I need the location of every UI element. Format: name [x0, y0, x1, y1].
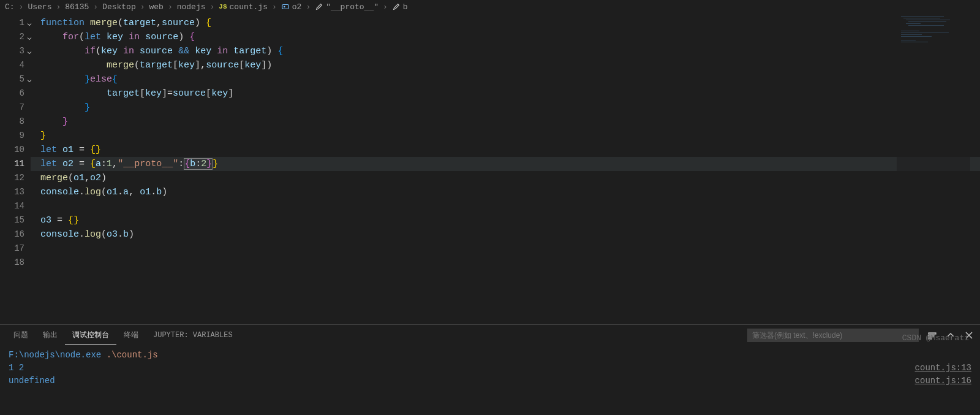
breadcrumb-segment[interactable]: nodejs: [176, 2, 207, 12]
code-line[interactable]: merge(o1,o2): [31, 171, 980, 185]
chevron-right-icon: ›: [54, 2, 62, 12]
breadcrumb-segment[interactable]: 86135: [64, 2, 90, 12]
filter-input[interactable]: [747, 329, 919, 342]
chevron-right-icon: ›: [304, 2, 312, 12]
debug-console-output[interactable]: F:\nodejs\node.exe .\count.js1 2count.js…: [0, 345, 980, 415]
code-line[interactable]: }else{: [31, 72, 980, 86]
line-number: 9: [0, 129, 31, 143]
tab-output[interactable]: 输出: [36, 326, 65, 344]
line-number: 17: [0, 242, 31, 256]
tab-problems[interactable]: 问题: [6, 326, 36, 344]
source-location-link[interactable]: count.js:16: [915, 375, 971, 387]
code-line[interactable]: target[key]=source[key]: [31, 86, 980, 101]
code-line[interactable]: console.log(o1.a, o1.b): [31, 185, 980, 199]
chevron-right-icon: ›: [138, 2, 147, 12]
editor[interactable]: 123456789101112131415161718 function mer…: [0, 13, 980, 324]
debug-output-line: 1 2count.js:13: [9, 362, 971, 375]
code-line[interactable]: o3 = {}: [31, 213, 980, 227]
line-number: 2: [0, 30, 31, 44]
chevron-right-icon: ›: [166, 2, 175, 12]
vertical-scrollbar[interactable]: [971, 13, 980, 324]
variable-icon: [281, 2, 290, 11]
code-line[interactable]: [31, 256, 980, 270]
chevron-right-icon: ›: [91, 2, 100, 12]
tab-debug-console[interactable]: 调试控制台: [65, 326, 116, 345]
line-number: 15: [0, 213, 31, 227]
line-number: 1: [0, 16, 31, 30]
code-line[interactable]: merge(target[key],source[key]): [31, 58, 980, 72]
watermark-text: CSDN @Msaerati: [902, 333, 969, 343]
js-file-icon: JS: [219, 3, 227, 10]
chevron-right-icon: ›: [17, 2, 26, 12]
line-number: 7: [0, 101, 31, 115]
code-line[interactable]: }: [31, 101, 980, 115]
code-line[interactable]: if(key in source && key in target) {: [31, 44, 980, 58]
debug-output-line: undefinedcount.js:16: [9, 375, 971, 387]
wrench-icon: [392, 2, 401, 11]
line-number: 14: [0, 199, 31, 213]
line-number: 12: [0, 171, 31, 185]
code-line[interactable]: }: [31, 115, 980, 129]
code-line[interactable]: console.log(o3.b): [31, 227, 980, 242]
line-number: 3: [0, 44, 31, 58]
source-location-link[interactable]: count.js:13: [915, 362, 971, 375]
line-number: 5: [0, 72, 31, 86]
chevron-right-icon: ›: [381, 2, 390, 12]
chevron-right-icon: ›: [208, 2, 217, 12]
breadcrumb-segment[interactable]: Users: [26, 2, 53, 12]
chevron-right-icon: ›: [270, 2, 279, 12]
line-number-gutter: 123456789101112131415161718: [0, 13, 31, 324]
code-line[interactable]: let o1 = {}: [31, 143, 980, 157]
line-number: 10: [0, 143, 31, 157]
breadcrumb-segment[interactable]: C:: [4, 2, 16, 12]
code-line[interactable]: function merge(target,source) {: [31, 16, 980, 30]
breadcrumb-symbol[interactable]: b: [391, 2, 409, 12]
line-number: 6: [0, 86, 31, 101]
debug-command-line: F:\nodejs\node.exe .\count.js: [9, 349, 971, 362]
line-number: 4: [0, 58, 31, 72]
breadcrumb-file[interactable]: JS count.js: [217, 2, 269, 12]
code-area[interactable]: function merge(target,source) { for(let …: [31, 13, 980, 324]
tab-jupyter-variables[interactable]: JUPYTER: VARIABLES: [146, 327, 240, 343]
breadcrumb-segment[interactable]: Desktop: [101, 2, 137, 12]
breadcrumb: C:›Users›86135›Desktop›web›nodejs›JS cou…: [0, 0, 980, 13]
code-line[interactable]: }: [31, 129, 980, 143]
wrench-icon: [315, 2, 323, 11]
minimap[interactable]: [897, 13, 970, 324]
line-number: 11: [0, 157, 31, 171]
svg-rect-0: [282, 5, 289, 9]
breadcrumb-segment[interactable]: web: [148, 2, 165, 12]
panel-tabs: 问题 输出 调试控制台 终端 JUPYTER: VARIABLES: [0, 325, 980, 345]
breadcrumb-symbol[interactable]: o2: [280, 2, 303, 12]
line-number: 18: [0, 256, 31, 270]
breadcrumb-symbol[interactable]: "__proto__": [314, 2, 380, 12]
tab-terminal[interactable]: 终端: [116, 326, 146, 344]
code-line[interactable]: for(let key in source) {: [31, 30, 980, 44]
code-line[interactable]: [31, 242, 980, 256]
code-line[interactable]: [31, 199, 980, 213]
code-line[interactable]: let o2 = {a:1,"__proto__":{b:2}}: [31, 157, 980, 171]
line-number: 13: [0, 185, 31, 199]
line-number: 8: [0, 115, 31, 129]
svg-point-1: [284, 6, 285, 8]
bottom-panel: 问题 输出 调试控制台 终端 JUPYTER: VARIABLES F:\nod…: [0, 324, 980, 415]
line-number: 16: [0, 227, 31, 242]
